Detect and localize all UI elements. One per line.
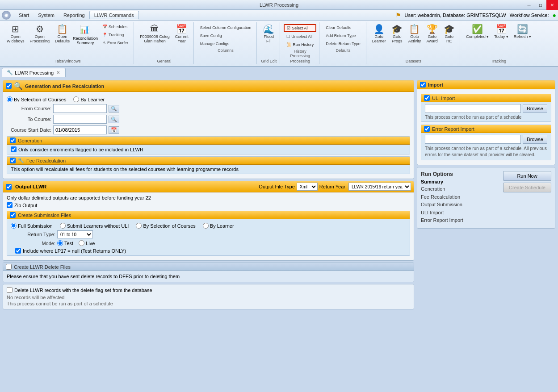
by-learner-sub-radio[interactable] bbox=[203, 223, 209, 229]
zip-output-checkbox[interactable] bbox=[7, 202, 13, 208]
delete-flag-checkbox[interactable] bbox=[7, 287, 13, 293]
left-panel: 🔍 Generation and Fee Recalculation By Se… bbox=[3, 80, 414, 392]
menu-llwr-commands[interactable]: LLWR Commands bbox=[89, 11, 139, 20]
menu-reporting[interactable]: Reporting bbox=[59, 11, 89, 19]
full-submission-label[interactable]: Full Submission bbox=[11, 223, 53, 229]
coleg-icon: 🏛 bbox=[150, 25, 159, 33]
current-year-btn[interactable]: 📅 CurrentYear bbox=[173, 23, 191, 45]
output-file-type-select[interactable]: Xml CSV bbox=[297, 183, 318, 191]
output-checkbox[interactable] bbox=[6, 184, 12, 190]
uli-import-checkbox[interactable] bbox=[424, 95, 430, 101]
goto-award-label: GotoAward bbox=[427, 34, 438, 43]
by-courses-radio[interactable] bbox=[136, 223, 142, 229]
without-uli-radio[interactable] bbox=[60, 223, 66, 229]
goto-learner-btn[interactable]: 👤 GotoLearner bbox=[370, 23, 388, 45]
minimize-btn[interactable]: ─ bbox=[523, 0, 535, 10]
from-course-search-btn[interactable]: 🔍 bbox=[109, 105, 119, 113]
goto-progs-btn[interactable]: 🎓 GotoProgs bbox=[389, 23, 405, 45]
goto-progs-icon: 🎓 bbox=[391, 25, 403, 33]
import-checkbox[interactable] bbox=[420, 82, 426, 88]
delete-files-checkbox[interactable] bbox=[6, 264, 12, 270]
error-browse-btn[interactable]: Browse bbox=[523, 135, 547, 144]
reconciliation-btn[interactable]: 📊 bbox=[77, 23, 93, 36]
live-mode-radio[interactable] bbox=[79, 240, 84, 246]
tab-llwr-processing[interactable]: 🔧 LLWR Processing ✕ bbox=[2, 68, 66, 77]
mode-row: Mode: Test Live bbox=[11, 240, 406, 246]
date-picker-btn[interactable]: 📅 bbox=[109, 126, 119, 134]
select-col-config-btn[interactable]: Select Column Configuration bbox=[197, 24, 254, 31]
fee-recalc-sub-checkbox[interactable] bbox=[10, 158, 16, 163]
flood-fill-btn[interactable]: 🌊 FloodFill bbox=[261, 23, 277, 45]
coleg-btn[interactable]: 🏛 F0009008 ColegGlan Hafren bbox=[138, 23, 172, 45]
enrolments-checkbox-label[interactable]: Only consider enrolments flagged to be i… bbox=[11, 146, 406, 152]
uli-import-subsection: ULI Import Browse This process cannot be… bbox=[421, 94, 551, 122]
zip-output-label[interactable]: Zip Output bbox=[7, 202, 410, 208]
clear-defaults-btn[interactable]: Clear Defaults bbox=[323, 24, 363, 31]
uli-file-input[interactable] bbox=[425, 104, 521, 113]
refresh-btn[interactable]: 🔄 Refresh ▾ bbox=[512, 23, 533, 40]
completed-btn[interactable]: ✅ Completed ▾ bbox=[464, 23, 491, 40]
by-learner-radio[interactable] bbox=[73, 96, 79, 102]
test-mode-label[interactable]: Test bbox=[57, 240, 73, 246]
by-selection-radio[interactable] bbox=[7, 96, 13, 102]
manage-configs-btn[interactable]: Manage Configs bbox=[197, 40, 254, 47]
to-course-search-btn[interactable]: 🔍 bbox=[109, 116, 119, 123]
delete-flag-checkbox-label[interactable]: Delete LLWR records with the delete flag… bbox=[7, 287, 410, 293]
error-file-input[interactable] bbox=[425, 135, 521, 144]
from-course-input[interactable] bbox=[53, 104, 107, 113]
open-defaults-btn[interactable]: 📋 OpenDefaults bbox=[53, 23, 72, 45]
goto-activity-btn[interactable]: 📋 GotoActivity bbox=[406, 23, 424, 45]
save-config-btn[interactable]: Save Config bbox=[197, 32, 254, 39]
today-btn[interactable]: 📅 Today ▾ bbox=[492, 23, 511, 40]
delete-return-type-btn[interactable]: Delete Return Type bbox=[323, 40, 363, 47]
create-submission-checkbox[interactable] bbox=[10, 212, 16, 218]
enrolments-checkbox[interactable] bbox=[11, 146, 17, 152]
unselect-all-btn[interactable]: ☐ Unselect All bbox=[284, 33, 316, 40]
without-uli-label[interactable]: Submit Learners without ULI bbox=[60, 223, 129, 229]
by-learner-label[interactable]: By Learner bbox=[73, 96, 105, 102]
include-lp17-checkbox[interactable] bbox=[15, 248, 21, 254]
tab-close-btn[interactable]: ✕ bbox=[55, 70, 61, 75]
ribbon-group-grid-edit: 🌊 FloodFill Grid Edit bbox=[258, 22, 280, 64]
add-return-type-btn[interactable]: Add Return Type bbox=[323, 32, 363, 39]
uli-schedule-note: This process cannot be run as part of a … bbox=[425, 115, 547, 120]
generation-sub-checkbox[interactable] bbox=[10, 138, 16, 143]
generation-subsection: Generation Only consider enrolments flag… bbox=[7, 136, 410, 154]
generation-sub-title: Generation bbox=[18, 138, 42, 143]
to-course-input[interactable] bbox=[53, 115, 107, 124]
return-year-select[interactable]: LLWR 2015/16 return year bbox=[348, 183, 411, 191]
completed-label: Completed ▾ bbox=[466, 34, 489, 39]
menu-start[interactable]: Start bbox=[14, 11, 34, 19]
run-history-btn[interactable]: 📜 Run History bbox=[284, 41, 316, 48]
full-submission-radio[interactable] bbox=[11, 223, 17, 229]
select-all-btn[interactable]: ☑ Select All bbox=[284, 24, 316, 32]
uli-browse-btn[interactable]: Browse bbox=[523, 104, 547, 113]
tracking-btn[interactable]: 📍 Tracking bbox=[100, 31, 131, 38]
by-learner-sub-label[interactable]: By Learner bbox=[203, 223, 234, 229]
include-lp17-label[interactable]: Include where LP17 = null (Test Returns … bbox=[15, 248, 406, 254]
generation-fee-checkbox[interactable] bbox=[6, 83, 12, 89]
menu-system[interactable]: System bbox=[34, 11, 59, 19]
close-btn[interactable]: ✕ bbox=[546, 0, 558, 10]
run-now-btn[interactable]: Run Now bbox=[503, 171, 551, 181]
live-mode-label[interactable]: Live bbox=[79, 240, 95, 246]
open-processing-btn[interactable]: ⚙ OpenProcessing bbox=[28, 23, 52, 45]
return-type-select[interactable]: 01 to 10 bbox=[57, 230, 93, 238]
full-submission-text: Full Submission bbox=[18, 223, 53, 229]
goto-award-btn[interactable]: 🏆 GotoAward bbox=[424, 23, 440, 45]
open-wideboys-btn[interactable]: ⊞ OpenWideboys bbox=[4, 23, 27, 45]
create-schedule-btn[interactable]: Create Schedule bbox=[503, 183, 551, 192]
error-report-checkbox[interactable] bbox=[424, 126, 430, 132]
restore-btn[interactable]: □ bbox=[535, 0, 546, 10]
error-surfer-label: Error Surfer bbox=[107, 41, 128, 45]
delete-files-section: Create LLWR Delete Files Please ensure t… bbox=[3, 263, 414, 282]
error-surfer-btn[interactable]: ⚠ Error Surfer bbox=[100, 39, 131, 46]
reconciliation-label: ReconciliationSummary bbox=[73, 37, 98, 46]
goto-he-btn[interactable]: 🎓 GotoHE bbox=[441, 23, 457, 45]
ribbon-group-datasets: 👤 GotoLearner 🎓 GotoProgs 📋 GotoActivity… bbox=[367, 22, 461, 64]
course-start-date-input[interactable] bbox=[53, 125, 107, 134]
schedules-btn[interactable]: 📅 Schedules bbox=[100, 23, 131, 30]
by-courses-label[interactable]: By Selection of Courses bbox=[136, 223, 195, 229]
by-selection-label[interactable]: By Selection of Courses bbox=[7, 96, 66, 102]
test-mode-radio[interactable] bbox=[57, 240, 63, 246]
